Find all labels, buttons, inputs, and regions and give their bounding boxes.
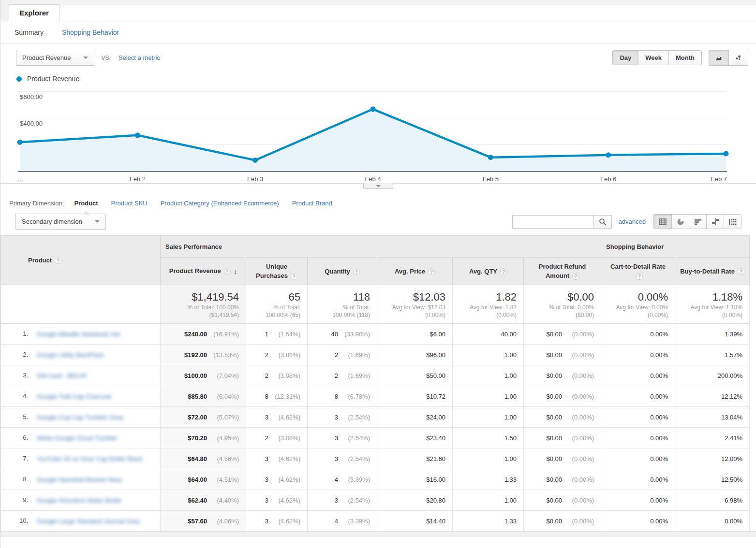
- column-header-product-revenue[interactable]: Product Revenue?↓: [161, 258, 246, 285]
- product-name-link-blurred[interactable]: Gift Card - $50.00: [37, 372, 87, 380]
- product-name-link-blurred[interactable]: Google Large Standard Journal Grey: [37, 517, 140, 525]
- cart-rate-cell: 0.00%: [601, 428, 675, 448]
- table-row: 5. Google Cup Cap Tumbler Grey $72.00(5.…: [1, 407, 750, 428]
- secondary-dimension-button[interactable]: Secondary dimension: [15, 214, 106, 230]
- table-row: 8. Google Speckled Beanie Navy $64.00(4.…: [1, 469, 750, 490]
- group-header-shopping-behavior: Shopping Behavior: [601, 236, 750, 258]
- column-header-label: Avg. Price: [395, 268, 425, 275]
- percentage-view-button[interactable]: [671, 215, 689, 229]
- metric-controls: Product Revenue VS. Select a metric Day …: [0, 43, 756, 69]
- quantity-cell: 40(33.90%): [308, 324, 377, 345]
- subnav-shopping-behavior[interactable]: Shopping Behavior: [62, 29, 119, 36]
- granularity-day-button[interactable]: Day: [613, 51, 638, 65]
- help-icon[interactable]: ?: [55, 257, 61, 264]
- chart-data-point[interactable]: [371, 106, 376, 112]
- column-header-unique-purchases[interactable]: Unique Purchases?: [246, 258, 308, 285]
- chart-data-point[interactable]: [17, 140, 23, 145]
- active-dimension-notch: [83, 211, 89, 215]
- select-a-metric-link[interactable]: Select a metric: [119, 54, 160, 61]
- quantity-cell: 3(2.54%): [308, 448, 377, 469]
- line-chart-view-button[interactable]: [709, 50, 728, 65]
- column-header-avg-qty[interactable]: Avg. QTY?: [453, 258, 524, 285]
- total-subtext: Avg for View: 1.18%: [682, 303, 742, 311]
- column-header-product[interactable]: Product?: [1, 236, 161, 285]
- product-name-link-blurred[interactable]: Google Speckled Beanie Navy: [37, 476, 122, 484]
- unique-purchases-cell: 1(1.54%): [246, 324, 308, 345]
- table-row: 9. Google Shoreline Water Bottle $62.40(…: [1, 490, 750, 511]
- search-input[interactable]: [512, 215, 593, 229]
- x-axis-tick-label: ...: [18, 175, 23, 183]
- dimension-product-category[interactable]: Product Category (Enhanced Ecommerce): [161, 200, 279, 207]
- chart-data-point[interactable]: [252, 158, 258, 163]
- product-name-link-blurred[interactable]: Google Metallic Notebook Set: [37, 330, 120, 338]
- group-header-shopping-label: Shopping Behavior: [606, 243, 664, 250]
- chart-data-point[interactable]: [135, 132, 140, 138]
- column-header-label: Cart-to-Detail Rate: [610, 263, 666, 270]
- pie-chart-icon: [677, 218, 684, 226]
- product-name-link-blurred[interactable]: Google Shoreline Water Bottle: [37, 496, 121, 505]
- row-rank: 4.: [8, 392, 28, 400]
- total-subtext: % of Total:: [314, 303, 370, 311]
- line-chart-icon: [716, 54, 722, 62]
- product-name-link-blurred[interactable]: YouTube 25 oz Gear Cap Bottle Black: [37, 455, 143, 463]
- granularity-month-button[interactable]: Month: [668, 51, 701, 65]
- product-name-link-blurred[interactable]: Google Twill Cap Charcoal: [37, 392, 111, 401]
- help-icon[interactable]: ?: [428, 268, 435, 275]
- total-subtext: Avg for View: 0.00%: [608, 303, 668, 311]
- product-cell: 4. Google Twill Cap Charcoal: [1, 386, 161, 407]
- help-icon[interactable]: ?: [738, 268, 744, 275]
- data-table-view-button[interactable]: [654, 215, 671, 229]
- advanced-link[interactable]: advanced: [619, 218, 646, 225]
- column-header-cart-to-detail-rate[interactable]: Cart-to-Detail Rate?: [601, 258, 675, 285]
- search-button[interactable]: [593, 215, 612, 229]
- group-header-sales-label: Sales Performance: [165, 243, 222, 250]
- chart-data-point[interactable]: [488, 155, 493, 160]
- column-header-product-refund-amount[interactable]: Product Refund Amount?: [524, 258, 601, 285]
- row-rank: 3.: [8, 372, 28, 379]
- column-header-quantity[interactable]: Quantity?: [308, 258, 377, 285]
- refund-cell: $0.00(0.00%): [524, 407, 601, 428]
- product-name-link-blurred[interactable]: Google Cup Cap Tumbler Grey: [37, 413, 123, 421]
- help-icon[interactable]: ?: [224, 268, 231, 275]
- column-header-buy-to-detail-rate[interactable]: Buy-to-Detail Rate?: [675, 258, 750, 285]
- product-name-link-blurred[interactable]: White Google Cloud Tumbler: [37, 434, 118, 442]
- column-header-avg-price[interactable]: Avg. Price?: [377, 258, 453, 285]
- y-axis-tick-label: $400.00: [20, 120, 43, 127]
- dimension-product-label: Product: [74, 200, 98, 207]
- product-cell: 1. Google Metallic Notebook Set: [1, 324, 161, 345]
- chart-data-point[interactable]: [606, 152, 611, 158]
- primary-dimension-label: Primary Dimension:: [9, 200, 64, 207]
- dimension-product[interactable]: Product: [74, 200, 98, 207]
- chart-data-point[interactable]: [724, 151, 729, 156]
- tab-explorer[interactable]: Explorer: [9, 4, 59, 21]
- chart-collapse-expander[interactable]: [363, 183, 393, 189]
- product-name-link-blurred[interactable]: Google Utility BackPack: [37, 351, 104, 359]
- granularity-week-button[interactable]: Week: [638, 51, 668, 65]
- product-revenue-cell: $72.00(5.07%): [161, 407, 246, 428]
- motion-chart-view-button[interactable]: [728, 50, 748, 65]
- totals-refund: $0.00 % of Total: 0.00% ($0.00): [524, 285, 601, 324]
- comparison-icon: [712, 218, 719, 225]
- dimension-product-sku[interactable]: Product SKU: [111, 200, 148, 207]
- quantity-cell: 3(2.54%): [308, 407, 377, 428]
- series-label: Product Revenue: [27, 75, 79, 83]
- cart-rate-cell: 0.00%: [601, 448, 675, 469]
- row-rank: 1.: [8, 330, 28, 337]
- total-subtext: 100.00% (118): [314, 311, 370, 319]
- performance-view-button[interactable]: [689, 215, 706, 229]
- total-value: $12.03: [384, 291, 445, 303]
- pivot-view-button[interactable]: [724, 215, 741, 229]
- avg-qty-cell: 40.00: [453, 324, 524, 345]
- help-icon[interactable]: ?: [500, 268, 507, 275]
- help-icon[interactable]: ?: [353, 268, 360, 275]
- subnav-summary[interactable]: Summary: [15, 29, 44, 36]
- buy-rate-cell: 12.12%: [675, 386, 750, 407]
- help-icon[interactable]: ?: [291, 273, 297, 280]
- metric-selector[interactable]: Product Revenue: [16, 50, 94, 66]
- refund-cell: $0.00(0.00%): [524, 428, 601, 448]
- help-icon[interactable]: ?: [636, 273, 643, 280]
- comparison-view-button[interactable]: [706, 215, 724, 229]
- help-icon[interactable]: ?: [572, 273, 579, 280]
- secondary-dimension-label: Secondary dimension: [22, 218, 82, 225]
- dimension-product-brand[interactable]: Product Brand: [292, 200, 332, 207]
